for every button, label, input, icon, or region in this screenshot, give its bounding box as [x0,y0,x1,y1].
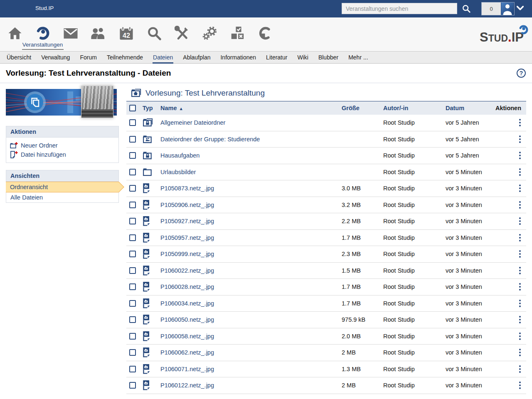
row-checkbox[interactable] [129,152,136,159]
nav-admin[interactable] [196,17,224,51]
view-folder-view[interactable]: Ordneransicht [6,182,119,192]
file-link[interactable]: P1060071.netz_.jpg [160,366,342,372]
row-actions-menu[interactable] [519,135,526,143]
column-size[interactable]: Größe [342,105,383,111]
row-actions-menu[interactable] [519,217,526,225]
row-checkbox[interactable] [129,366,136,372]
file-link[interactable]: Allgemeiner Dateiordner [160,119,342,126]
row-checkbox[interactable] [129,119,136,126]
row-actions-menu[interactable] [519,300,526,307]
row-actions-menu[interactable] [519,349,526,356]
tab-dateien[interactable]: Dateien [148,52,178,63]
search-icon[interactable] [462,4,471,13]
file-size: 1.3 MB [342,366,383,372]
avatar[interactable] [501,2,514,15]
file-link[interactable]: Dateiordner der Gruppe: Studierende [160,136,342,143]
file-link[interactable]: P1050927.netz_.jpg [160,218,342,224]
row-checkbox[interactable] [129,333,136,340]
row-checkbox[interactable] [129,136,136,143]
row-actions-menu[interactable] [519,250,526,258]
row-actions-menu[interactable] [519,119,526,126]
row-actions-menu[interactable] [519,316,526,323]
row-checkbox[interactable] [129,251,136,257]
file-link[interactable]: P1060022.netz_.jpg [160,267,342,274]
row-checkbox[interactable] [129,267,136,274]
file-image-icon [143,281,160,292]
file-link[interactable]: P1060058.netz_.jpg [160,333,342,340]
row-actions-menu[interactable] [519,267,526,274]
file-image-icon [143,380,160,391]
row-actions-menu[interactable] [519,332,526,340]
column-typ[interactable]: Typ [143,105,160,111]
row-actions-menu[interactable] [519,168,526,176]
tab-literatur[interactable]: Literatur [261,52,292,63]
tab-uebersicht[interactable]: Übersicht [2,52,36,63]
file-link[interactable]: P1050957.netz_.jpg [160,234,342,241]
row-checkbox[interactable] [129,218,136,224]
file-link[interactable]: P1060034.netz_.jpg [160,300,342,307]
nav-courses[interactable]: Veranstaltungen [29,17,57,51]
resources-icon [258,25,273,41]
file-link[interactable]: P1050873.netz_.jpg [160,185,342,192]
row-checkbox[interactable] [129,349,136,356]
file-size: 2.0 MB [342,333,383,340]
column-author[interactable]: Autor/-in [383,105,446,111]
nav-community[interactable] [84,17,112,51]
tab-wiki[interactable]: Wiki [292,52,313,63]
row-actions-menu[interactable] [519,201,526,209]
tab-mehr[interactable]: Mehr ... [343,52,373,63]
add-file-action[interactable]: Datei hinzufügen [10,150,115,159]
file-link[interactable]: P1060050.netz_.jpg [160,316,342,323]
row-checkbox[interactable] [129,202,136,208]
file-link[interactable]: Urlaubsbilder [160,169,342,175]
row-checkbox[interactable] [129,316,136,323]
file-date: vor 3 Minuten [446,316,495,323]
file-link[interactable]: P1060028.netz_.jpg [160,283,342,290]
new-folder-action[interactable]: Neuer Ordner [10,141,115,150]
nav-tools[interactable] [168,17,196,51]
row-checkbox[interactable] [129,300,136,307]
folder-group-icon [143,135,160,144]
column-date[interactable]: Datum [446,105,495,111]
nav-evaluation[interactable] [224,17,251,51]
tab-ablaufplan[interactable]: Ablaufplan [178,52,215,63]
row-actions-menu[interactable] [519,234,526,241]
tools-icon [175,25,190,41]
row-actions-menu[interactable] [519,283,526,291]
nav-resources[interactable] [251,17,279,51]
tab-informationen[interactable]: Informationen [215,52,261,63]
file-link[interactable]: P1060062.netz_.jpg [160,349,342,356]
nav-messages[interactable] [57,17,84,51]
file-link[interactable]: Hausaufgaben [160,152,342,159]
nav-search[interactable] [140,17,168,51]
column-name[interactable]: Name▲ [160,105,342,111]
file-author: Root Studip [383,366,446,372]
row-checkbox[interactable] [129,234,136,241]
file-link[interactable]: P1050999.netz_.jpg [160,251,342,257]
nav-calendar[interactable]: 42 [112,17,140,51]
help-icon[interactable]: ? [517,69,526,78]
row-checkbox[interactable] [129,283,136,290]
row-checkbox[interactable] [129,185,136,192]
row-checkbox[interactable] [129,382,136,389]
file-link[interactable]: P1050906.netz_.jpg [160,202,342,208]
logo-swirl-icon [518,25,529,36]
table-row: P1050957.netz_.jpg 1.7 MB Root Studip vo… [126,230,526,246]
row-actions-menu[interactable] [519,382,526,389]
tab-blubber[interactable]: Blubber [313,52,343,63]
notification-count[interactable]: 0 [482,2,501,15]
row-actions-menu[interactable] [519,185,526,192]
course-search-input[interactable] [342,3,457,14]
tab-forum[interactable]: Forum [75,52,101,63]
file-image-icon [143,249,160,259]
select-all-checkbox[interactable] [129,105,136,111]
row-actions-menu[interactable] [519,152,526,159]
row-checkbox[interactable] [129,169,136,175]
tab-verwaltung[interactable]: Verwaltung [36,52,75,63]
view-all-files[interactable]: Alle Dateien [6,192,118,202]
file-link[interactable]: P1060122.netz_.jpg [160,382,342,389]
row-actions-menu[interactable] [519,365,526,373]
chevron-down-icon[interactable] [517,6,524,11]
tab-teilnehmende[interactable]: Teilnehmende [102,52,148,63]
file-author: Root Studip [383,234,446,241]
